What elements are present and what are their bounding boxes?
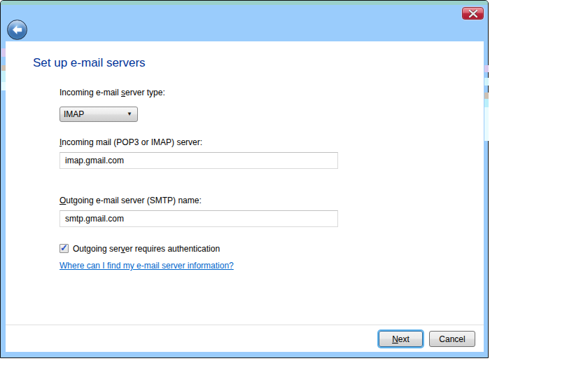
incoming-server-label: Incoming mail (POP3 or IMAP) server: [59, 137, 202, 147]
server-type-label: Incoming e-mail server type: [59, 88, 165, 97]
glass-reflection [484, 107, 489, 141]
wizard-window: Set up e-mail servers Incoming e-mail se… [0, 0, 489, 358]
server-info-help-link[interactable]: Where can I find my e-mail server inform… [59, 261, 234, 271]
auth-checkbox[interactable]: ✓ [59, 244, 69, 253]
footer-separator [6, 325, 484, 325]
glass-reflection [484, 65, 489, 72]
chevron-down-icon: ▼ [127, 111, 132, 117]
checkmark-icon: ✓ [60, 243, 68, 253]
outgoing-server-input[interactable] [59, 210, 338, 227]
glass-reflection [484, 78, 489, 86]
outgoing-server-label: Outgoing e-mail server (SMTP) name: [59, 196, 202, 205]
glass-top-highlight [1, 1, 488, 5]
wizard-page: Set up e-mail servers Incoming e-mail se… [6, 41, 484, 352]
cancel-button[interactable]: Cancel [429, 331, 475, 347]
glass-reflection [484, 99, 489, 107]
glass-reflection [484, 93, 489, 99]
page-title: Set up e-mail servers [33, 56, 146, 70]
server-type-dropdown[interactable]: IMAP ▼ [59, 107, 138, 122]
next-button[interactable]: Next [379, 331, 423, 347]
incoming-server-input[interactable] [59, 152, 338, 169]
server-type-selected-value: IMAP [64, 109, 84, 119]
auth-checkbox-row: ✓Outgoing server requires authentication [59, 242, 220, 253]
auth-checkbox-label: Outgoing server requires authentication [73, 244, 220, 254]
back-button[interactable] [7, 20, 27, 40]
close-button[interactable] [462, 7, 484, 20]
